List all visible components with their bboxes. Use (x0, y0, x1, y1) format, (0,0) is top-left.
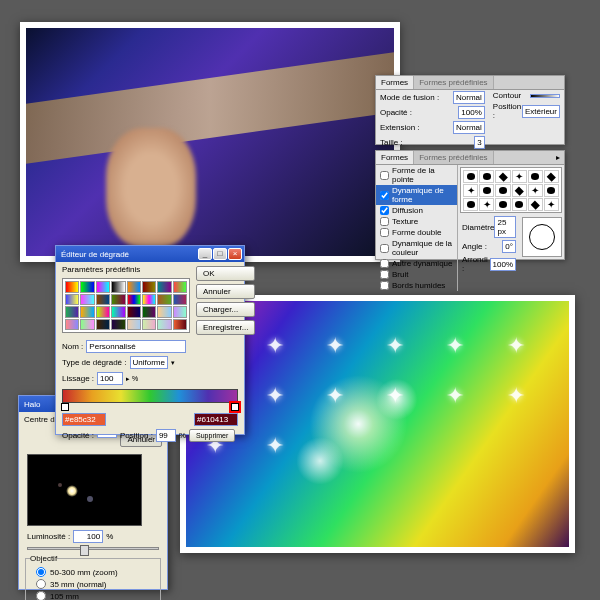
position-field[interactable]: 99 (156, 429, 176, 442)
close-button[interactable]: × (228, 248, 242, 260)
name-label: Nom : (62, 342, 83, 351)
tab-forms[interactable]: Formes (376, 151, 414, 164)
presets-label: Paramètres prédéfinis (62, 265, 190, 274)
type-label: Type de dégradé : (62, 358, 127, 367)
chk-noise[interactable]: Bruit (392, 270, 408, 279)
chk-dual[interactable]: Forme double (392, 228, 441, 237)
ok-button[interactable]: OK (196, 266, 255, 281)
tab-forms[interactable]: Formes (376, 76, 414, 89)
tab-presets[interactable]: Formes prédéfinies (414, 151, 493, 164)
chk-shape-dyn[interactable]: Dynamique de forme (392, 186, 453, 204)
name-field[interactable]: Personnalisé (86, 340, 186, 353)
lens-group: Objectif (30, 554, 57, 563)
pos-select[interactable]: Extérieur (522, 105, 560, 118)
options-panel: Formes Formes prédéfinies Mode de fusion… (375, 75, 565, 145)
load-button[interactable]: Charger... (196, 302, 255, 317)
chevron-down-icon[interactable]: ▸ % (126, 375, 138, 383)
contour-picker[interactable] (530, 94, 560, 98)
gradient-bar[interactable] (62, 389, 238, 403)
angle-field[interactable]: 0° (502, 240, 516, 253)
blend-select[interactable]: Normal (453, 91, 485, 104)
round-field[interactable]: 100% (490, 258, 516, 271)
chk-wet[interactable]: Bords humides (392, 281, 445, 290)
opacity-select[interactable]: 100% (458, 106, 484, 119)
delete-button[interactable]: Supprimer (189, 429, 235, 442)
tab-presets[interactable]: Formes prédéfinies (414, 76, 493, 89)
panel-menu-icon[interactable]: ▸ (552, 151, 564, 164)
titlebar[interactable]: Éditeur de dégradé _ □ × (56, 246, 244, 262)
smooth-field[interactable]: 100 (97, 372, 123, 385)
type-select[interactable]: Uniforme (130, 356, 168, 369)
color-right[interactable]: #610413 (194, 413, 238, 426)
source-photo (20, 22, 400, 262)
chk-color-dyn[interactable]: Dynamique de la couleur (392, 239, 453, 257)
gradient-stop-selected[interactable] (231, 403, 239, 411)
gradient-presets[interactable] (62, 278, 190, 333)
minimize-button[interactable]: _ (198, 248, 212, 260)
title: Éditeur de dégradé (58, 250, 129, 259)
diam-field[interactable]: 25 px (494, 216, 516, 238)
save-button[interactable]: Enregistrer... (196, 320, 255, 335)
flare-preview[interactable] (27, 454, 142, 526)
gradient-editor-dialog: Éditeur de dégradé _ □ × Paramètres préd… (55, 245, 245, 435)
chevron-down-icon[interactable]: ▾ (171, 359, 175, 367)
lum-field[interactable]: 100 (73, 530, 103, 543)
lens-opt-35[interactable]: 35 mm (normal) (36, 579, 150, 589)
ext-select[interactable]: Normal (453, 121, 485, 134)
lum-label: Luminosité : (27, 532, 70, 541)
lens-opt-105[interactable]: 105 mm (36, 591, 150, 600)
maximize-button[interactable]: □ (213, 248, 227, 260)
gradient-stop[interactable] (61, 403, 69, 411)
brush-tip-grid[interactable] (460, 167, 562, 213)
size-field[interactable]: 3 (474, 136, 484, 149)
chk-scatter[interactable]: Diffusion (392, 206, 423, 215)
lens-opt-zoom[interactable]: 50-300 mm (zoom) (36, 567, 150, 577)
cancel-button[interactable]: Annuler (196, 284, 255, 299)
color-left[interactable]: #e85c32 (62, 413, 106, 426)
chk-texture[interactable]: Texture (392, 217, 418, 226)
title: Halo (21, 400, 40, 409)
smooth-label: Lissage : (62, 374, 94, 383)
brush-angle-widget[interactable] (522, 217, 562, 257)
chk-tip[interactable]: Forme de la pointe (392, 166, 453, 184)
opacity-field[interactable] (97, 434, 117, 438)
chk-other[interactable]: Autre dynamique (392, 259, 452, 268)
lum-slider[interactable] (27, 547, 159, 550)
brush-panel: Formes Formes prédéfinies ▸ Forme de la … (375, 150, 565, 260)
